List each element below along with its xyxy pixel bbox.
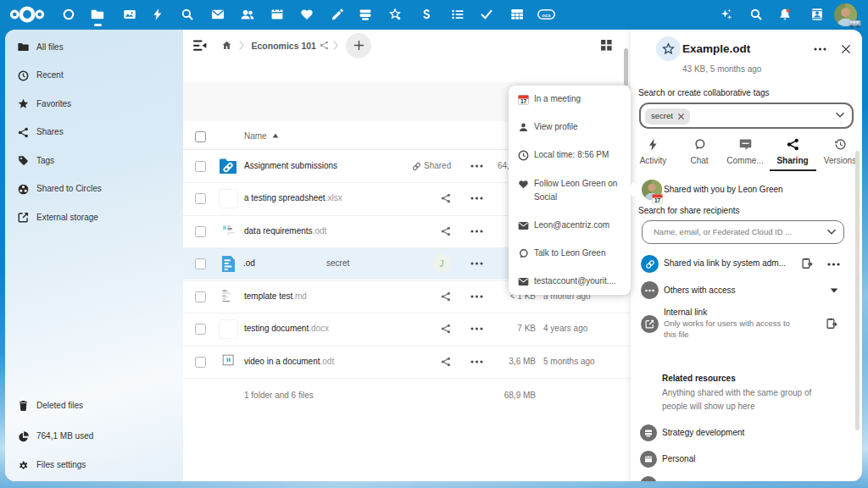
svg-text:ocs: ocs	[542, 13, 551, 18]
svg-text:17: 17	[520, 98, 527, 104]
svg-text:17: 17	[654, 197, 661, 203]
